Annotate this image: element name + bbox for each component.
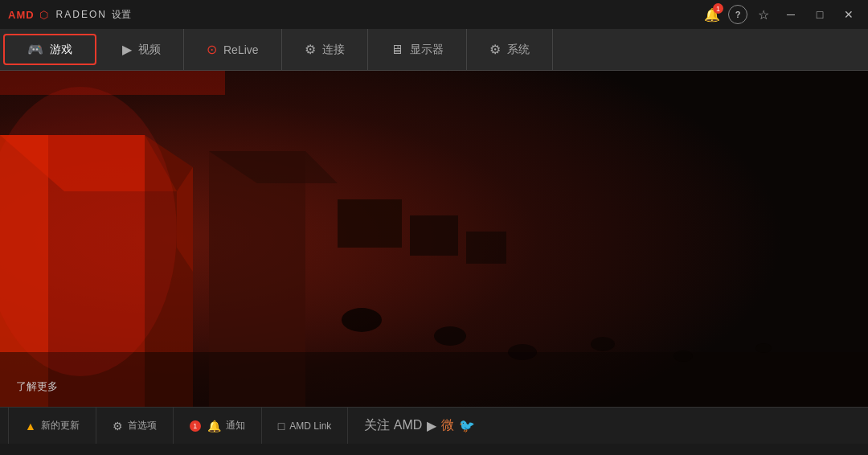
title-bar: AMD ⬡ RADEON 设置 🔔 1 ? ☆ ─ □ ✕ <box>0 0 868 29</box>
updates-label: 新的更新 <box>41 419 80 432</box>
tab-system[interactable]: ⚙ 系统 <box>467 29 553 70</box>
connect-tab-label: 连接 <box>322 43 345 57</box>
games-tab-label: 游戏 <box>50 43 72 57</box>
preferences-icon: ⚙ <box>113 420 123 432</box>
status-notifications[interactable]: 1 🔔 通知 <box>174 408 262 444</box>
tab-display[interactable]: 🖥 显示器 <box>368 29 467 70</box>
amd-link-icon: □ <box>278 420 285 432</box>
relive-tab-label: ReLive <box>223 43 259 56</box>
svg-point-14 <box>434 326 466 346</box>
background-visual <box>0 71 868 407</box>
connect-tab-icon: ⚙ <box>305 42 316 57</box>
follow-label: 关注 AMD <box>364 417 422 434</box>
games-tab-icon: 🎮 <box>27 42 43 57</box>
svg-point-18 <box>755 343 772 353</box>
youtube-icon[interactable]: ▶ <box>427 418 436 433</box>
weibo-icon[interactable]: 微 <box>441 417 454 434</box>
svg-point-16 <box>591 337 615 351</box>
status-preferences[interactable]: ⚙ 首选项 <box>96 408 174 444</box>
preferences-label: 首选项 <box>128 419 157 432</box>
system-tab-icon: ⚙ <box>489 42 501 57</box>
svg-rect-11 <box>466 232 506 264</box>
svg-rect-9 <box>338 199 402 248</box>
notification-count-badge: 1 <box>190 420 201 432</box>
social-icon[interactable]: 🐦 <box>459 418 475 433</box>
radeon-label: RADEON <box>56 9 107 20</box>
amd-logo: AMD <box>8 9 35 21</box>
notification-badge: 1 <box>713 3 723 14</box>
radeon-logo-icon: ⬡ <box>39 9 48 21</box>
maximize-button[interactable]: □ <box>809 5 831 24</box>
main-content: 了解更多 <box>0 71 868 407</box>
notifications-label: 通知 <box>226 419 245 432</box>
relive-tab-icon: ⊙ <box>207 42 217 57</box>
video-tab-label: 视频 <box>138 43 161 57</box>
tab-relive[interactable]: ⊙ ReLive <box>184 29 282 70</box>
close-button[interactable]: ✕ <box>837 5 860 24</box>
svg-rect-10 <box>410 215 458 256</box>
svg-point-17 <box>674 350 693 362</box>
notifications-icon: 🔔 <box>207 420 221 432</box>
help-icon[interactable]: ? <box>728 5 747 24</box>
star-icon[interactable]: ☆ <box>754 5 773 24</box>
title-bar-right: 🔔 1 ? ☆ ─ □ ✕ <box>702 5 860 24</box>
display-tab-label: 显示器 <box>410 43 444 57</box>
minimize-button[interactable]: ─ <box>780 5 802 24</box>
status-updates[interactable]: ▲ 新的更新 <box>8 408 96 444</box>
system-tab-label: 系统 <box>507 43 530 57</box>
svg-point-13 <box>342 308 382 332</box>
title-bar-left: AMD ⬡ RADEON 设置 <box>8 8 131 22</box>
tab-video[interactable]: ▶ 视频 <box>100 29 184 70</box>
tab-games[interactable]: 🎮 游戏 <box>3 34 96 65</box>
svg-rect-12 <box>0 352 868 407</box>
amd-link-label: AMD Link <box>289 420 331 432</box>
tab-connect[interactable]: ⚙ 连接 <box>282 29 368 70</box>
svg-marker-19 <box>0 71 225 95</box>
notification-icon[interactable]: 🔔 1 <box>702 5 722 24</box>
display-tab-icon: 🖥 <box>391 43 403 57</box>
video-tab-icon: ▶ <box>122 42 132 57</box>
status-bar: ▲ 新的更新 ⚙ 首选项 1 🔔 通知 □ AMD Link 关注 AMD ▶ … <box>0 407 868 444</box>
tab-bar: 🎮 游戏 ▶ 视频 ⊙ ReLive ⚙ 连接 🖥 显示器 ⚙ 系统 <box>0 29 868 71</box>
svg-point-15 <box>508 344 537 360</box>
updates-icon: ▲ <box>25 420 36 432</box>
status-amd-link[interactable]: □ AMD Link <box>262 408 348 444</box>
learn-more-link[interactable]: 了解更多 <box>16 379 58 394</box>
settings-label: 设置 <box>112 8 131 22</box>
follow-amd[interactable]: 关注 AMD ▶ 微 🐦 <box>348 417 491 434</box>
